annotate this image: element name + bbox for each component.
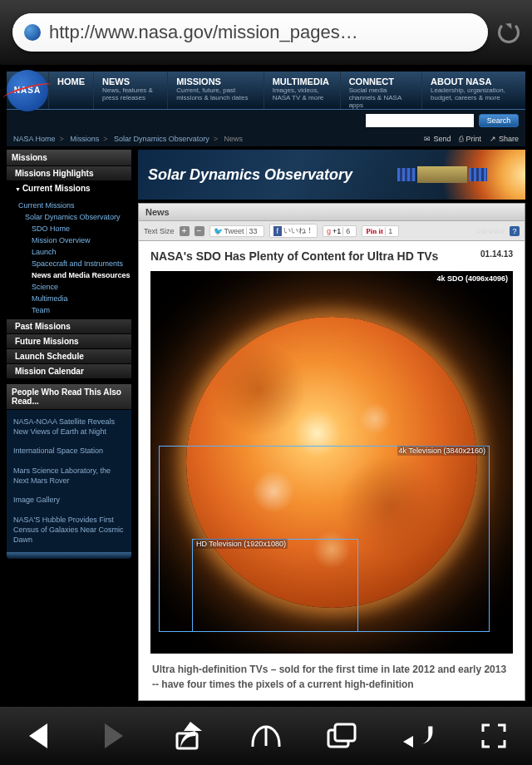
news-header: News (139, 204, 525, 221)
nav-missions[interactable]: MISSIONS Current, future, past missions … (167, 72, 263, 109)
share-icon: ↗ (490, 135, 496, 143)
nav-title: ABOUT NASA (431, 76, 517, 86)
label-4ktv: 4k Television (3840x2160) (397, 446, 487, 456)
reload-icon[interactable] (498, 22, 520, 43)
related-link[interactable]: International Space Station (13, 444, 125, 459)
hero-banner: Solar Dynamics Observatory (138, 150, 525, 200)
related-link[interactable]: Mars Science Laboratory, the Next Mars R… (13, 464, 125, 488)
webpage-viewport: NASA HOME NEWS News, features & press re… (0, 65, 532, 707)
send-button[interactable]: ✉Send (424, 135, 451, 143)
tweet-button[interactable]: 🐦Tweet33 (209, 225, 264, 237)
browser-bottom-bar (0, 707, 532, 765)
tree-spacecraft[interactable]: Spacecraft and Instruments (7, 258, 131, 269)
bc-news: News (224, 135, 243, 143)
nav-title: NEWS (102, 76, 159, 86)
search-input[interactable] (366, 114, 474, 127)
forward-button[interactable] (94, 716, 134, 756)
browser-top-bar: http://www.nasa.gov/mission_pages… (0, 0, 532, 65)
sidebar-calendar[interactable]: Mission Calendar (7, 364, 131, 379)
back-button[interactable] (18, 716, 58, 756)
url-bar[interactable]: http://www.nasa.gov/mission_pages… (12, 13, 488, 52)
tree-sdohome[interactable]: SDO Home (7, 223, 131, 234)
return-icon (401, 723, 435, 748)
gplus-icon: g (327, 227, 331, 235)
sidebar-future[interactable]: Future Missions (7, 334, 131, 349)
label-hdtv: HD Television (1920x1080) (195, 539, 288, 549)
nav-subtitle: Leadership, organization, budget, career… (431, 87, 517, 102)
search-button[interactable]: Search (479, 114, 519, 127)
nav-multimedia[interactable]: MULTIMEDIA Images, videos, NASA TV & mor… (264, 72, 340, 109)
sidebar-current[interactable]: Current Missions (7, 181, 131, 196)
search-bar: Search (7, 110, 525, 131)
print-button[interactable]: ⎙Print (459, 135, 481, 143)
page-actions: ✉Send ⎙Print ↗Share (424, 135, 519, 143)
send-icon: ✉ (424, 135, 431, 143)
share-button[interactable]: ↗Share (490, 135, 519, 143)
box-hdtv: HD Television (1920x1080) (192, 539, 358, 632)
share-browser-button[interactable] (170, 716, 210, 756)
content-box: News Text Size + − 🐦Tweet33 fいいね！ g+16 P… (138, 203, 525, 701)
tree-team[interactable]: Team (7, 304, 131, 316)
label-4ksdo: 4k SDO (4096x4096) (436, 274, 508, 283)
hero-title: Solar Dynamics Observatory (148, 166, 352, 184)
tabs-icon (326, 722, 357, 750)
bookmarks-icon (249, 723, 283, 748)
bc-missions[interactable]: Missions (70, 135, 99, 143)
sidebar-highlights[interactable]: Missions Highlights (7, 166, 131, 181)
related-link[interactable]: Image Gallery (13, 493, 125, 508)
tree-sdo[interactable]: Solar Dynamics Observatory (7, 211, 131, 223)
nav-title: MISSIONS (176, 76, 254, 86)
tree-science[interactable]: Science (7, 281, 131, 293)
article-title: NASA's SDO Has Plenty of Content for Ult… (150, 249, 438, 263)
sidebar-header: Missions (7, 150, 131, 166)
related-list: NASA-NOAA Satellite Reveals New Views of… (7, 410, 131, 552)
related-link[interactable]: NASA-NOAA Satellite Reveals New Views of… (13, 415, 125, 439)
svg-rect-2 (335, 724, 355, 741)
tree-overview[interactable]: Mission Overview (7, 234, 131, 246)
nav-connect[interactable]: CONNECT Social media channels & NASA app… (340, 72, 421, 109)
nav-title: MULTIMEDIA (273, 76, 332, 86)
return-button[interactable] (398, 716, 438, 756)
back-icon (29, 723, 47, 748)
forward-icon (105, 723, 123, 748)
tabs-button[interactable] (322, 716, 362, 756)
twitter-icon: 🐦 (214, 227, 223, 235)
related-footer (7, 552, 131, 559)
text-size-decrease[interactable]: − (195, 226, 204, 236)
bc-home[interactable]: NASA Home (13, 135, 56, 143)
pinit-button[interactable]: Pin it1 (362, 225, 399, 237)
nav-home[interactable]: HOME (48, 72, 93, 109)
url-text: http://www.nasa.gov/mission_pages… (49, 22, 476, 43)
nav-about[interactable]: ABOUT NASA Leadership, organization, bud… (421, 72, 525, 109)
favicon-icon (24, 24, 41, 41)
breadcrumb: NASA Home> Missions> Solar Dynamics Obse… (7, 131, 525, 146)
facebook-icon: f (273, 226, 283, 236)
gplus-button[interactable]: g+16 (323, 225, 357, 237)
nav-title: CONNECT (349, 76, 413, 86)
sun-figure: 4k SDO (4096x4096) 4k Television (3840x2… (150, 271, 513, 654)
bookmarks-button[interactable] (246, 716, 286, 756)
bc-sdo[interactable]: Solar Dynamics Observatory (114, 135, 209, 143)
tree-newsmedia[interactable]: News and Media Resources (7, 269, 131, 281)
sidebar-past[interactable]: Past Missions (7, 319, 131, 334)
fullscreen-button[interactable] (474, 716, 514, 756)
related-header: People Who Read This Also Read... (7, 384, 131, 410)
figure-caption: Ultra high-definition TVs – sold for the… (150, 654, 513, 692)
nav-subtitle: Social media channels & NASA apps (349, 87, 413, 109)
nav-subtitle: Current, future, past missions & launch … (176, 87, 254, 102)
rating-stars[interactable]: ☆☆☆☆☆ (475, 227, 505, 235)
sidebar-tree: Current Missions Solar Dynamics Observat… (7, 196, 131, 319)
fb-like-button[interactable]: fいいね！ (269, 224, 318, 238)
logo-cell[interactable]: NASA (7, 72, 48, 109)
tree-multimedia[interactable]: Multimedia (7, 293, 131, 304)
nav-news[interactable]: NEWS News, features & press releases (93, 72, 167, 109)
article-toolbar: Text Size + − 🐦Tweet33 fいいね！ g+16 Pin it… (139, 221, 525, 241)
help-icon[interactable]: ? (510, 226, 520, 236)
tree-curmissions[interactable]: Current Missions (7, 200, 131, 211)
main-column: Solar Dynamics Observatory News Text Siz… (138, 150, 525, 701)
sidebar-schedule[interactable]: Launch Schedule (7, 349, 131, 364)
text-size-increase[interactable]: + (180, 226, 190, 236)
article-date: 01.14.13 (480, 249, 513, 259)
tree-launch[interactable]: Launch (7, 246, 131, 258)
related-link[interactable]: NASA'S Hubble Provides First Census of G… (13, 513, 125, 547)
